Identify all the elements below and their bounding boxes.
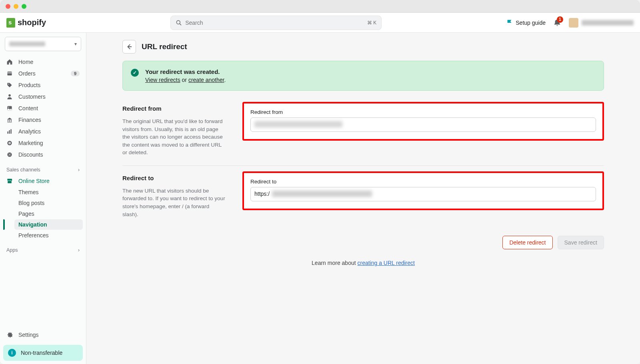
sidebar-item-label: Online Store xyxy=(18,178,80,184)
create-another-link[interactable]: create another xyxy=(188,77,224,83)
view-redirects-link[interactable]: View redirects xyxy=(145,77,180,83)
sidebar-item-online-store[interactable]: Online Store xyxy=(3,175,83,187)
orders-icon xyxy=(6,70,14,77)
svg-point-13 xyxy=(9,143,10,143)
chevron-down-icon: ▾ xyxy=(74,41,77,47)
redirect-to-label: Redirect to xyxy=(250,179,596,185)
chevron-right-icon: › xyxy=(78,167,80,173)
svg-line-1 xyxy=(180,24,181,25)
sales-channels-header[interactable]: Sales channels › xyxy=(0,161,86,174)
search-box[interactable]: ⌘ K xyxy=(170,16,382,30)
close-window-icon[interactable] xyxy=(6,4,10,9)
sidebar-item-label: Finances xyxy=(18,117,80,123)
non-transferable-banner[interactable]: i Non-transferable xyxy=(3,345,83,361)
svg-point-7 xyxy=(8,107,9,108)
search-shortcut: ⌘ K xyxy=(367,20,376,26)
search-input[interactable] xyxy=(185,20,367,26)
content-area: URL redirect ✓ Your redirect was created… xyxy=(86,33,640,364)
back-button[interactable] xyxy=(122,40,136,54)
success-banner: ✓ Your redirect was created. View redire… xyxy=(122,61,604,91)
svg-rect-3 xyxy=(7,73,12,74)
svg-rect-2 xyxy=(7,72,12,76)
sidebar-item-settings[interactable]: Settings xyxy=(0,328,86,342)
user-menu[interactable] xyxy=(569,18,634,28)
sidebar-item-label: Home xyxy=(18,59,80,65)
products-icon xyxy=(6,82,14,88)
content-icon xyxy=(6,105,14,111)
save-redirect-button[interactable]: Save redirect xyxy=(558,236,604,249)
banner-subtext: View redirects or create another. xyxy=(145,77,226,83)
redirect-from-label: Redirect from xyxy=(250,109,596,115)
redirect-from-highlight: Redirect from xyxy=(242,102,604,141)
sidebar-item-label: Marketing xyxy=(18,140,80,146)
gear-icon xyxy=(6,331,14,338)
redirect-from-desc: The original URL that you'd like to forw… xyxy=(122,117,226,157)
redirect-from-title: Redirect from xyxy=(122,105,226,112)
sidebar-item-products[interactable]: Products xyxy=(3,80,83,91)
sidebar-item-marketing[interactable]: Marketing xyxy=(3,137,83,149)
delete-redirect-button[interactable]: Delete redirect xyxy=(502,236,552,249)
info-icon: i xyxy=(8,349,16,357)
maximize-window-icon[interactable] xyxy=(22,4,26,9)
sidebar-item-finances[interactable]: Finances xyxy=(3,114,83,125)
username xyxy=(582,20,634,26)
sidebar-item-label: Orders xyxy=(18,70,66,77)
subnav-themes[interactable]: Themes xyxy=(14,187,83,197)
marketing-icon xyxy=(6,140,14,146)
learn-more-link[interactable]: creating a URL redirect xyxy=(357,260,414,266)
sidebar-item-orders[interactable]: Orders 9 xyxy=(3,68,83,79)
subnav-pages[interactable]: Pages xyxy=(14,209,83,219)
svg-rect-8 xyxy=(7,131,8,134)
svg-point-4 xyxy=(8,84,9,85)
mac-titlebar xyxy=(0,0,640,13)
sidebar: ▾ Home Orders 9 Products Cus xyxy=(0,33,86,364)
sidebar-item-discounts[interactable]: Discounts xyxy=(3,149,83,160)
setup-guide-button[interactable]: Setup guide xyxy=(506,19,546,26)
sidebar-item-analytics[interactable]: Analytics xyxy=(3,126,83,137)
subnav-preferences[interactable]: Preferences xyxy=(14,230,83,241)
minimize-window-icon[interactable] xyxy=(14,4,18,9)
notifications-button[interactable]: 1 xyxy=(554,19,561,27)
sidebar-item-home[interactable]: Home xyxy=(3,56,83,68)
check-circle-icon: ✓ xyxy=(131,69,139,77)
non-transferable-label: Non-transferable xyxy=(21,350,62,356)
store-name xyxy=(9,42,45,46)
redirect-to-highlight: Redirect to https:/ xyxy=(242,171,604,210)
page-title: URL redirect xyxy=(142,42,187,51)
home-icon xyxy=(6,59,14,65)
settings-label: Settings xyxy=(18,332,39,338)
notifications-badge: 1 xyxy=(557,16,563,23)
finances-icon xyxy=(6,117,14,123)
sidebar-item-customers[interactable]: Customers xyxy=(3,91,83,102)
customers-icon xyxy=(6,93,14,100)
sidebar-item-label: Analytics xyxy=(18,128,80,135)
search-icon xyxy=(176,20,182,26)
apps-label: Apps xyxy=(6,247,18,253)
banner-title: Your redirect was created. xyxy=(145,68,226,75)
subnav-blog-posts[interactable]: Blog posts xyxy=(14,198,83,208)
svg-point-5 xyxy=(8,94,11,97)
sidebar-item-label: Content xyxy=(18,105,80,111)
sidebar-item-label: Products xyxy=(18,82,80,88)
store-selector[interactable]: ▾ xyxy=(5,37,81,51)
sidebar-item-content[interactable]: Content xyxy=(3,103,83,114)
apps-header[interactable]: Apps › xyxy=(0,242,86,255)
setup-guide-label: Setup guide xyxy=(516,20,546,26)
avatar xyxy=(569,18,578,28)
sales-channels-label: Sales channels xyxy=(6,167,40,173)
analytics-icon xyxy=(6,128,14,135)
sidebar-item-label: Customers xyxy=(18,93,80,100)
subnav-navigation[interactable]: Navigation xyxy=(14,219,83,230)
store-icon xyxy=(6,178,14,184)
shopify-logo[interactable]: shopify xyxy=(6,18,46,28)
chevron-right-icon: › xyxy=(78,247,80,253)
sidebar-item-label: Discounts xyxy=(18,151,80,158)
redirect-to-title: Redirect to xyxy=(122,175,226,181)
redirect-to-blurred-value xyxy=(272,191,372,197)
discounts-icon xyxy=(6,151,14,158)
redirect-from-section: Redirect from The original URL that you'… xyxy=(122,100,604,165)
shopify-bag-icon xyxy=(6,18,15,28)
redirect-to-section: Redirect to The new URL that visitors sh… xyxy=(122,165,604,227)
svg-point-16 xyxy=(10,155,11,156)
svg-rect-9 xyxy=(9,130,10,134)
